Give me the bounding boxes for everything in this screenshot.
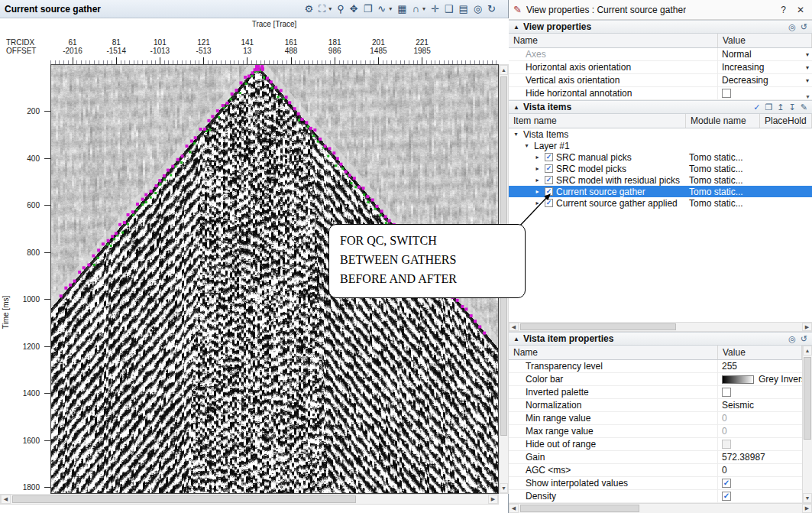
- section-scroll-down-icon[interactable]: ▼: [805, 94, 810, 99]
- property-row[interactable]: Density✓: [509, 490, 802, 503]
- help-button[interactable]: ?: [781, 5, 786, 15]
- expander-open-icon[interactable]: ▾: [522, 142, 531, 149]
- property-row[interactable]: Show interpolated values✓: [509, 477, 802, 490]
- dropdown-caret-icon[interactable]: ▾: [806, 77, 809, 84]
- crosshair-icon[interactable]: ✛: [431, 4, 439, 14]
- tree-row[interactable]: ▾Layer #1: [509, 140, 812, 151]
- layers-icon[interactable]: ❐: [364, 4, 373, 14]
- tree-row[interactable]: ▸✓SRC manual picksTomo static...: [509, 151, 812, 163]
- section-collapse-icon[interactable]: ▲: [513, 104, 519, 111]
- item-checkbox[interactable]: ✓: [545, 199, 553, 207]
- item-checkbox[interactable]: ✓: [545, 176, 553, 184]
- scroll-up-icon[interactable]: ▲: [803, 346, 812, 356]
- item-checkbox[interactable]: ✓: [545, 153, 553, 161]
- scroll-thumb[interactable]: [804, 357, 811, 440]
- tree-row[interactable]: ▾Vista Items: [509, 128, 812, 140]
- annotation-icon[interactable]: ❑: [445, 4, 454, 14]
- item-checkbox[interactable]: ✓: [545, 164, 553, 173]
- panel-horizontal-scrollbar[interactable]: ◀ ▶: [509, 503, 812, 513]
- scroll-right-icon[interactable]: ▶: [802, 504, 812, 513]
- property-row[interactable]: AxesNormal▾: [509, 48, 812, 61]
- colorbar-swatch[interactable]: [722, 375, 754, 384]
- expander-closed-icon[interactable]: ▸: [533, 177, 542, 183]
- expander-closed-icon[interactable]: ▸: [533, 200, 542, 206]
- tree-row[interactable]: ▸✓Current source gatherTomo static...: [509, 186, 812, 197]
- vista-items-section-header[interactable]: ▲ Vista items ✓❐↥↧✎: [509, 100, 812, 114]
- close-button[interactable]: ✕: [797, 5, 804, 15]
- settings-icon[interactable]: ⚙: [304, 4, 313, 14]
- scroll-up-icon[interactable]: ▲: [500, 65, 508, 75]
- apply-check-icon[interactable]: ✓: [753, 103, 760, 112]
- scroll-left-icon[interactable]: ◀: [509, 323, 519, 331]
- property-row[interactable]: Inverted palette: [509, 386, 802, 399]
- property-row[interactable]: AGC <ms>0: [509, 464, 802, 477]
- dropdown-caret-icon[interactable]: ▾: [328, 5, 332, 12]
- move-up-icon[interactable]: ↥: [777, 103, 784, 112]
- expander-closed-icon[interactable]: ▸: [533, 154, 542, 161]
- dropdown-caret-icon[interactable]: ▾: [422, 5, 425, 12]
- vista-item-properties-section-header[interactable]: ▲ Vista item properties ◎↺: [509, 332, 812, 346]
- reset-icon[interactable]: ↺: [801, 335, 807, 343]
- scroll-thumb[interactable]: [12, 495, 356, 503]
- tree-row[interactable]: ▸✓SRC model with residual picksTomo stat…: [509, 174, 812, 186]
- refresh-icon[interactable]: ↻: [487, 4, 496, 14]
- scroll-down-icon[interactable]: ▼: [500, 483, 508, 493]
- gather-horizontal-scrollbar[interactable]: ◀ ▶: [0, 494, 499, 505]
- property-row[interactable]: Min range value0: [509, 412, 802, 425]
- scroll-thumb[interactable]: [520, 505, 639, 512]
- target-icon[interactable]: ◎: [788, 23, 796, 31]
- scroll-right-icon[interactable]: ▶: [488, 495, 498, 504]
- select-mode-icon[interactable]: ⛶: [319, 4, 325, 14]
- expander-closed-icon[interactable]: ▸: [533, 165, 542, 172]
- zoom-icon[interactable]: ⚲: [337, 4, 345, 14]
- target-icon[interactable]: ◎: [474, 4, 482, 14]
- property-row[interactable]: Max range value0: [509, 425, 802, 438]
- dropdown-caret-icon[interactable]: ▾: [806, 64, 809, 71]
- checkbox[interactable]: [722, 388, 731, 397]
- item-checkbox[interactable]: ✓: [545, 187, 553, 196]
- checkbox[interactable]: [722, 440, 731, 449]
- tree-row[interactable]: ▸✓Current source gather appliedTomo stat…: [509, 197, 812, 209]
- pan-icon[interactable]: ✥: [350, 4, 358, 14]
- scroll-track[interactable]: [519, 323, 802, 331]
- grid-display-icon[interactable]: ▦: [397, 4, 406, 14]
- expander-closed-icon[interactable]: ▸: [533, 188, 542, 195]
- property-row[interactable]: Transparency level255: [509, 360, 802, 373]
- property-row[interactable]: NormalizationSeismic: [509, 399, 802, 412]
- checkbox[interactable]: [722, 89, 731, 98]
- scroll-track[interactable]: [803, 356, 812, 493]
- scroll-track[interactable]: [519, 504, 802, 513]
- target-icon[interactable]: ◎: [788, 335, 796, 343]
- property-row[interactable]: Color barGrey Inverse scales: [509, 373, 802, 386]
- dropdown-caret-icon[interactable]: ▾: [806, 51, 809, 58]
- dropdown-caret-icon[interactable]: ▾: [389, 5, 392, 12]
- property-row[interactable]: Horizontal axis orientationIncreasing▾: [509, 61, 812, 74]
- property-row[interactable]: Vertical axis orientationDecreasing▾: [509, 74, 812, 87]
- reset-icon[interactable]: ↺: [801, 23, 807, 31]
- scroll-left-icon[interactable]: ◀: [509, 504, 519, 513]
- scroll-down-icon[interactable]: ▼: [803, 493, 812, 503]
- edit-icon[interactable]: ✎: [801, 103, 807, 112]
- tree-row[interactable]: ▸✓SRC model picksTomo static...: [509, 163, 812, 174]
- paste-icon[interactable]: ❐: [765, 103, 772, 112]
- section-collapse-icon[interactable]: ▲: [513, 336, 519, 343]
- move-down-icon[interactable]: ↧: [789, 103, 796, 112]
- scroll-thumb[interactable]: [520, 323, 676, 330]
- image-export-icon[interactable]: ▤: [458, 4, 467, 14]
- view-properties-section-header[interactable]: ▲ View properties ◎↺: [509, 20, 812, 34]
- property-row[interactable]: Hide out of range: [509, 438, 802, 451]
- scroll-right-icon[interactable]: ▶: [802, 323, 812, 331]
- property-row[interactable]: Gain572.38987: [509, 451, 802, 464]
- column-placeholder: PlaceHold: [760, 114, 812, 128]
- item-properties-vertical-scrollbar[interactable]: ▲ ▼: [802, 346, 812, 503]
- checkbox[interactable]: ✓: [722, 479, 731, 488]
- scroll-track[interactable]: [11, 495, 488, 504]
- property-row[interactable]: Hide horizontal annotation: [509, 87, 812, 100]
- wiggle-display-icon[interactable]: ∿: [377, 4, 386, 14]
- tree-horizontal-scrollbar[interactable]: ◀ ▶: [509, 322, 812, 332]
- scroll-left-icon[interactable]: ◀: [1, 495, 11, 504]
- expander-open-icon[interactable]: ▾: [512, 131, 520, 138]
- histogram-icon[interactable]: ∩: [412, 4, 419, 14]
- checkbox[interactable]: ✓: [722, 492, 731, 501]
- section-collapse-icon[interactable]: ▲: [513, 24, 519, 31]
